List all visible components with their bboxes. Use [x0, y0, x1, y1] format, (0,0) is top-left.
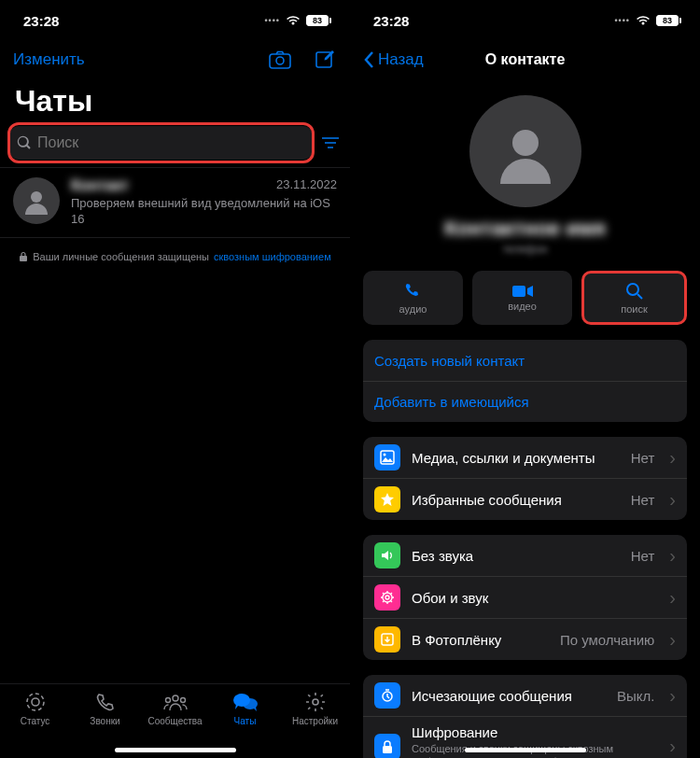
avatar: [13, 177, 60, 224]
svg-point-15: [313, 699, 318, 705]
wallpaper-icon: [374, 584, 400, 611]
clock: 23:28: [373, 13, 409, 29]
svg-point-1: [276, 57, 284, 64]
status-bar: 23:28 •••• 83: [0, 0, 350, 41]
search-icon: [17, 135, 32, 150]
svg-point-21: [384, 454, 386, 456]
speaker-icon: [374, 542, 400, 568]
svg-point-12: [180, 698, 185, 703]
chat-date: 23.11.2022: [276, 177, 337, 194]
svg-rect-26: [383, 746, 392, 753]
phone-icon: [404, 282, 423, 301]
svg-point-9: [32, 698, 39, 706]
edit-button[interactable]: Изменить: [13, 50, 85, 69]
starred-row[interactable]: Избранные сообщенияНет: [363, 478, 687, 520]
search-input[interactable]: [37, 134, 305, 151]
search-in-chat-button[interactable]: поиск: [581, 271, 687, 325]
status-bar: 23:28 •••• 83: [350, 0, 700, 41]
cell-signal: ••••: [614, 16, 630, 25]
home-indicator[interactable]: [465, 748, 586, 752]
media-row[interactable]: Медиа, ссылки и документыНет: [363, 437, 687, 478]
create-new-contact[interactable]: Создать новый контакт: [363, 340, 687, 381]
audio-call-button[interactable]: аудио: [363, 271, 463, 325]
clock: 23:28: [23, 13, 59, 29]
tab-settings[interactable]: Настройки: [283, 690, 348, 726]
mute-row[interactable]: Без звукаНет: [363, 535, 687, 576]
wallpaper-row[interactable]: Обои и звук: [363, 576, 687, 618]
chat-preview: Проверяем внешний вид уведомлений на iOS…: [71, 196, 337, 228]
svg-line-19: [637, 294, 642, 299]
nav-bar: Назад О контакте: [350, 41, 700, 82]
filter-icon[interactable]: [320, 136, 341, 149]
svg-point-8: [27, 694, 44, 710]
tab-chats[interactable]: Чаты: [213, 690, 278, 726]
lock-icon: [374, 734, 400, 758]
tab-bar: Статус Звонки Сообщества Чаты Настройки: [0, 683, 350, 758]
chevron-left-icon: [363, 50, 374, 69]
settings-list: Без звукаНет Обои и звук В ФотоплёнкуПо …: [363, 535, 687, 660]
cell-signal: ••••: [264, 16, 280, 25]
contact-phone: телефон: [350, 243, 700, 256]
search-input-container[interactable]: [9, 126, 313, 160]
camera-icon[interactable]: [268, 48, 292, 72]
save-photo-row[interactable]: В ФотоплёнкуПо умолчанию: [363, 618, 687, 660]
svg-point-18: [627, 284, 638, 295]
encryption-link[interactable]: сквозным шифрованием: [214, 251, 331, 262]
nav-bar: Изменить: [0, 41, 350, 82]
contact-name: Контактное имя: [350, 217, 700, 243]
video-call-button[interactable]: видео: [472, 271, 572, 325]
tab-calls[interactable]: Звонки: [73, 690, 138, 726]
back-button[interactable]: Назад: [363, 50, 424, 69]
svg-point-22: [385, 596, 389, 599]
tab-communities[interactable]: Сообщества: [143, 690, 208, 726]
save-icon: [374, 626, 400, 653]
svg-point-11: [165, 698, 170, 703]
chats-screen: 23:28 •••• 83 Изменить Чаты: [0, 0, 350, 758]
lock-icon: [19, 251, 28, 262]
nav-title: О контакте: [485, 51, 566, 68]
add-to-existing[interactable]: Добавить в имеющийся: [363, 381, 687, 422]
disappearing-row[interactable]: Исчезающие сообщенияВыкл.: [363, 675, 687, 716]
search-icon: [625, 282, 644, 301]
media-list: Медиа, ссылки и документыНет Избранные с…: [363, 437, 687, 520]
tab-status[interactable]: Статус: [3, 690, 68, 726]
compose-icon[interactable]: [313, 48, 337, 72]
chat-row[interactable]: Контакт 23.11.2022 Проверяем внешний вид…: [0, 167, 350, 238]
encryption-note: Ваши личные сообщения защищены сквозным …: [0, 238, 350, 275]
wifi-icon: [286, 15, 301, 26]
action-buttons: аудио видео поиск: [350, 271, 700, 340]
search-row: [0, 126, 350, 167]
home-indicator[interactable]: [115, 748, 236, 752]
page-title: Чаты: [0, 82, 350, 126]
contact-info-screen: 23:28 •••• 83 Назад О контакте Контактно…: [350, 0, 700, 758]
contact-avatar[interactable]: [469, 95, 581, 207]
star-icon: [374, 486, 400, 512]
battery-icon: 83: [306, 15, 331, 26]
chat-name: Контакт: [71, 177, 129, 194]
svg-point-10: [173, 695, 178, 701]
svg-point-16: [512, 130, 539, 156]
wifi-icon: [636, 15, 651, 26]
video-icon: [512, 285, 533, 298]
timer-icon: [374, 682, 400, 709]
privacy-list: Исчезающие сообщенияВыкл. Шифрование Соо…: [363, 675, 687, 758]
svg-rect-17: [512, 286, 525, 297]
svg-point-6: [31, 191, 42, 203]
create-contact-list: Создать новый контакт Добавить в имеющий…: [363, 340, 687, 422]
media-icon: [374, 444, 400, 470]
svg-rect-7: [20, 256, 27, 261]
battery-icon: 83: [656, 15, 681, 26]
